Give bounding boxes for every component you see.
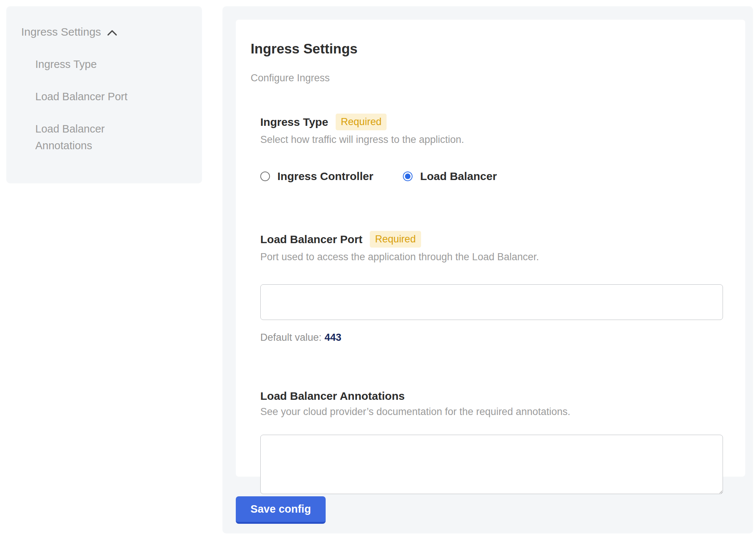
section-load-balancer-port: Load Balancer Port Required Port used to… (260, 231, 729, 343)
ingress-type-help: Select how traffic will ingress to the a… (260, 134, 729, 146)
save-config-button[interactable]: Save config (236, 496, 326, 524)
radio-label: Ingress Controller (277, 170, 373, 183)
required-badge: Required (336, 114, 387, 130)
radio-icon (260, 172, 270, 181)
ingress-type-options: Ingress Controller Load Balancer (260, 170, 729, 183)
radio-option-ingress-controller[interactable]: Ingress Controller (260, 170, 373, 183)
chevron-up-icon (107, 29, 117, 36)
default-value: 443 (325, 332, 341, 343)
lb-annotations-title: Load Balancer Annotations (260, 390, 405, 402)
sidebar-item-load-balancer-annotations[interactable]: Load Balancer Annotations (35, 121, 158, 154)
lb-port-help: Port used to access the application thro… (260, 251, 729, 263)
lb-port-title: Load Balancer Port (260, 233, 362, 246)
default-value-label: Default value: (260, 332, 322, 343)
sidebar-item-load-balancer-port[interactable]: Load Balancer Port (35, 88, 158, 105)
required-badge: Required (370, 231, 421, 248)
page: Ingress Settings Ingress Type Load Balan… (0, 0, 756, 539)
main-panel: Ingress Settings Configure Ingress Ingre… (222, 6, 753, 533)
lb-annotations-help: See your cloud provider’s documentation … (260, 406, 729, 418)
sidebar-group-ingress-settings[interactable]: Ingress Settings (21, 26, 191, 38)
ingress-settings-card: Ingress Settings Configure Ingress Ingre… (236, 20, 745, 477)
section-ingress-type: Ingress Type Required Select how traffic… (260, 114, 729, 183)
radio-label: Load Balancer (420, 170, 497, 183)
load-balancer-port-input[interactable] (260, 284, 723, 320)
section-load-balancer-annotations: Load Balancer Annotations See your cloud… (260, 390, 729, 494)
sections: Ingress Type Required Select how traffic… (251, 114, 729, 494)
default-value-row: Default value:443 (260, 332, 729, 343)
page-subtitle: Configure Ingress (251, 72, 729, 84)
radio-option-load-balancer[interactable]: Load Balancer (403, 170, 497, 183)
page-title: Ingress Settings (251, 41, 729, 57)
radio-icon-selected (403, 172, 413, 181)
ingress-type-title: Ingress Type (260, 116, 328, 128)
sidebar-group-label: Ingress Settings (21, 26, 101, 38)
sidebar: Ingress Settings Ingress Type Load Balan… (6, 6, 202, 183)
sidebar-items: Ingress Type Load Balancer Port Load Bal… (35, 56, 191, 154)
load-balancer-annotations-textarea[interactable] (260, 435, 723, 494)
sidebar-item-ingress-type[interactable]: Ingress Type (35, 56, 158, 73)
